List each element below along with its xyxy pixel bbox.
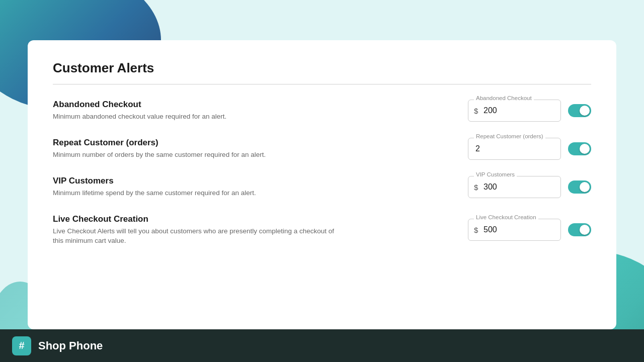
input-wrapper-live-checkout: $Live Checkout Creation [468,219,561,241]
alert-control-repeat-customer: Repeat Customer (orders) [468,138,591,160]
alert-desc-abandoned-checkout: Minimum abandoned checkout value require… [53,112,335,122]
title-divider [53,84,591,84]
alert-info-abandoned-checkout: Abandoned CheckoutMinimum abandoned chec… [53,100,468,122]
alert-info-live-checkout: Live Checkout CreationLive Checkout Aler… [53,214,468,246]
toggle-live-checkout[interactable] [568,223,591,236]
toggle-thumb-vip-customers [580,182,590,192]
alert-control-vip-customers: $VIP Customers [468,176,591,198]
hash-icon: # [19,340,24,351]
alert-info-repeat-customer: Repeat Customer (orders)Minimum number o… [53,138,468,160]
alert-title-abandoned-checkout: Abandoned Checkout [53,100,468,110]
main-card: Customer Alerts Abandoned CheckoutMinimu… [28,40,616,329]
toggle-thumb-repeat-customer [580,144,590,154]
input-wrapper-vip-customers: $VIP Customers [468,176,561,198]
brand-name: Shop Phone [38,339,103,352]
input-repeat-customer[interactable] [468,138,561,160]
input-vip-customers[interactable] [468,176,561,198]
input-label-abandoned-checkout: Abandoned Checkout [474,95,534,101]
alert-row-live-checkout: Live Checkout CreationLive Checkout Aler… [53,214,591,246]
toggle-abandoned-checkout[interactable] [568,104,591,117]
alert-desc-vip-customers: Minimum lifetime spend by the same custo… [53,189,335,198]
brand-icon: # [12,336,31,355]
input-abandoned-checkout[interactable] [468,100,561,122]
alert-row-abandoned-checkout: Abandoned CheckoutMinimum abandoned chec… [53,100,591,122]
alert-control-abandoned-checkout: $Abandoned Checkout [468,100,591,122]
toggle-thumb-abandoned-checkout [580,106,590,116]
alert-title-vip-customers: VIP Customers [53,176,468,186]
alerts-container: Abandoned CheckoutMinimum abandoned chec… [53,100,591,246]
toggle-vip-customers[interactable] [568,180,591,194]
currency-symbol-abandoned-checkout: $ [474,107,478,115]
input-wrapper-abandoned-checkout: $Abandoned Checkout [468,100,561,122]
input-label-repeat-customer: Repeat Customer (orders) [474,133,545,139]
alert-control-live-checkout: $Live Checkout Creation [468,219,591,241]
alert-row-repeat-customer: Repeat Customer (orders)Minimum number o… [53,138,591,160]
page-title: Customer Alerts [53,60,591,76]
alert-info-vip-customers: VIP CustomersMinimum lifetime spend by t… [53,176,468,198]
alert-title-repeat-customer: Repeat Customer (orders) [53,138,468,148]
input-label-vip-customers: VIP Customers [474,171,517,177]
currency-symbol-live-checkout: $ [474,226,478,234]
input-wrapper-repeat-customer: Repeat Customer (orders) [468,138,561,160]
currency-symbol-vip-customers: $ [474,183,478,192]
alert-row-vip-customers: VIP CustomersMinimum lifetime spend by t… [53,176,591,198]
input-label-live-checkout: Live Checkout Creation [474,214,538,220]
bottom-bar: # Shop Phone [0,329,644,362]
input-live-checkout[interactable] [468,219,561,241]
alert-desc-repeat-customer: Minimum number of orders by the same cus… [53,150,335,160]
toggle-repeat-customer[interactable] [568,142,591,155]
alert-title-live-checkout: Live Checkout Creation [53,214,468,224]
alert-desc-live-checkout: Live Checkout Alerts will tell you about… [53,227,335,246]
